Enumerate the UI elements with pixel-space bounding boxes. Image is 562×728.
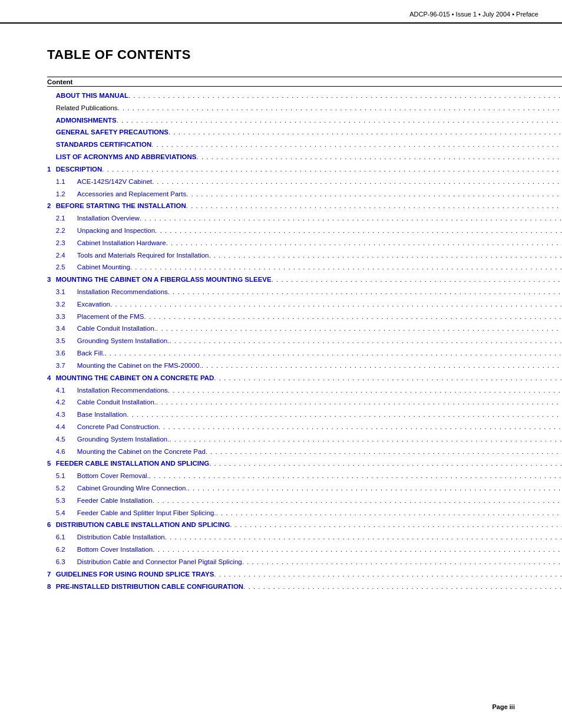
toc-entry-s3-6: 3.6Back Fill.10 [47,348,562,360]
section-content-s6: DISTRIBUTION CABLE INSTALLATION AND SPLI… [56,519,562,532]
sub-content-s2-1: Installation Overview5 [77,213,562,225]
sub-label-s4-5: Grounding System Installation. [77,434,170,445]
sub-label-s3-5: Grounding System Installation. [77,336,170,347]
sub-content-s3-5: Grounding System Installation.10 [77,335,562,348]
sub-number-s2-2: 2.2 [56,225,77,237]
dot-leader-s4 [214,373,562,384]
toc-entry-s4-4: 4.4Concrete Pad Construction17 [47,421,562,433]
toplevel-label-acronyms: LIST OF ACRONYMS AND ABBREVIATIONS [56,152,197,163]
sub-label-s6-3: Distribution Cable and Connector Panel P… [77,557,242,568]
sub-content-s4-2: Cable Conduit Installation.15 [77,397,562,409]
sub-number-s3-4: 3.4 [56,323,77,335]
dot-leader-about [128,91,562,101]
entry-label-s3: MOUNTING THE CABINET ON A FIBERGLASS MOU… [56,275,272,285]
sub-label-s4-6: Mounting the Cabinet on the Concrete Pad [77,447,206,457]
dot-leader-s8 [243,582,562,592]
sub-content-s4-4: Concrete Pad Construction17 [77,421,562,433]
toc-entry-s4-6: 4.6Mounting the Cabinet on the Concrete … [47,446,562,458]
sub-label-s3-7: Mounting the Cabinet on the FMS-20000. [77,361,201,371]
section-content-s4: MOUNTING THE CABINET ON A CONCRETE PAD15 [56,372,562,384]
sub-number-s3-7: 3.7 [56,360,77,372]
toc-entry-acronyms: LIST OF ACRONYMS AND ABBREVIATIONSvi [47,151,562,164]
section-content-s3: MOUNTING THE CABINET ON A FIBERGLASS MOU… [56,274,562,286]
toc-entry-s1: 1DESCRIPTION1 [47,163,562,176]
toc-entry-s2: 2BEFORE STARTING THE INSTALLATION5 [47,200,562,213]
toplevel-label-related: Related Publications [56,103,118,114]
dot-leader-s6-1 [165,532,562,543]
toplevel-content-acronyms: LIST OF ACRONYMS AND ABBREVIATIONSvi [56,151,562,164]
sub-content-s3-2: Excavation9 [77,298,562,311]
dot-leader-s4-1 [168,386,562,396]
sub-number-s5-4: 5.4 [56,507,77,519]
toc-table: Content Page ABOUT THIS MANUALvRelated P… [47,77,562,593]
toc-entry-s2-2: 2.2Unpacking and Inspection5 [47,225,562,237]
sub-number-s5-2: 5.2 [56,483,77,495]
sub-label-s3-2: Excavation [77,299,110,310]
section-content-s2: BEFORE STARTING THE INSTALLATION5 [56,200,562,213]
toc-entry-s3-7: 3.7Mounting the Cabinet on the FMS-20000… [47,360,562,372]
sub-number-s4-6: 4.6 [56,446,77,458]
dot-leader-general-safety [168,127,562,138]
sub-label-s1-2: Accessories and Replacement Parts [77,189,186,200]
dot-leader-s1 [102,164,562,175]
toc-entry-s7: 7GUIDELINES FOR USING ROUND SPLICE TRAYS… [47,568,562,581]
section-number-s6: 6 [47,519,56,532]
sub-number-s4-5: 4.5 [56,433,77,446]
toc-entry-s6: 6DISTRIBUTION CABLE INSTALLATION AND SPL… [47,519,562,532]
section-content-s7: GUIDELINES FOR USING ROUND SPLICE TRAYS3… [56,568,562,581]
page-title: TABLE OF CONTENTS [47,47,515,62]
toc-header: Content Page [47,77,562,87]
toc-entry-s5-4: 5.4Feeder Cable and Splitter Input Fiber… [47,507,562,519]
sub-label-s6-1: Distribution Cable Installation [77,532,165,543]
toc-entry-s5-3: 5.3Feeder Cable Installation23 [47,495,562,507]
section-number-s7: 7 [47,568,56,581]
dot-leader-s2 [186,201,562,212]
sub-number-s6-3: 6.3 [56,556,77,568]
sub-content-s3-1: Installation Recommendations8 [77,286,562,299]
toc-entry-s6-2: 6.2Bottom Cover Installation32 [47,544,562,556]
sub-content-s4-5: Grounding System Installation.18 [77,433,562,446]
sub-number-s6-2: 6.2 [56,544,77,556]
section-number-s8: 8 [47,581,56,593]
entry-label-s8: PRE-INSTALLED DISTRIBUTION CABLE CONFIGU… [56,582,243,592]
dot-leader-s2-4 [209,251,563,261]
sub-content-s2-3: Cabinet Installation Hardware6 [77,237,562,249]
toplevel-content-related: Related Publicationsv [56,102,562,114]
sub-content-s6-3: Distribution Cable and Connector Panel P… [77,556,562,568]
toc-entry-s4-2: 4.2Cable Conduit Installation.15 [47,397,562,409]
toc-entry-s3-2: 3.2Excavation9 [47,298,562,311]
sub-number-s3-6: 3.6 [56,348,77,360]
sub-label-s3-3: Placement of the FMS [77,312,144,322]
header-text: ADCP-96-015 • Issue 1 • July 2004 • Pref… [409,11,538,18]
dot-leader-related [118,103,562,114]
dot-leader-s6-2 [153,545,562,555]
sub-content-s1-1: ACE-142S/142V Cabinet1 [77,176,562,188]
toc-entry-about: ABOUT THIS MANUALv [47,90,562,103]
section-number-s2: 2 [47,200,56,213]
dot-leader-s2-1 [140,213,562,224]
toc-entry-admonishments: ADMONISHMENTSv [47,114,562,127]
sub-label-s1-1: ACE-142S/142V Cabinet [77,177,152,187]
sub-content-s3-4: Cable Conduit Installation.10 [77,323,562,335]
sub-label-s4-2: Cable Conduit Installation. [77,397,156,408]
section-content-s1: DESCRIPTION1 [56,163,562,176]
dot-leader-s2-3 [166,238,562,249]
entry-label-s6: DISTRIBUTION CABLE INSTALLATION AND SPLI… [56,520,230,531]
dot-leader-standards [151,140,562,150]
sub-content-s3-7: Mounting the Cabinet on the FMS-20000.10 [77,360,562,372]
sub-content-s6-2: Bottom Cover Installation32 [77,544,562,556]
sub-number-s5-3: 5.3 [56,495,77,507]
dot-leader-s3 [272,275,562,285]
toc-entry-s1-1: 1.1ACE-142S/142V Cabinet1 [47,176,562,188]
dot-leader-s3-7 [201,361,562,371]
toplevel-content-about: ABOUT THIS MANUALv [56,90,562,103]
section-content-s5: FEEDER CABLE INSTALLATION AND SPLICING22 [56,458,562,470]
toplevel-label-standards: STANDARDS CERTIFICATION [56,140,151,150]
dot-leader-s5 [209,459,562,469]
entry-label-s4: MOUNTING THE CABINET ON A CONCRETE PAD [56,373,214,384]
sub-content-s6-1: Distribution Cable Installation29 [77,532,562,544]
toc-entry-s5-2: 5.2Cabinet Grounding Wire Connection.22 [47,483,562,495]
dot-leader-admonishments [117,116,562,126]
sub-number-s4-2: 4.2 [56,397,77,409]
dot-leader-s7 [214,569,562,580]
